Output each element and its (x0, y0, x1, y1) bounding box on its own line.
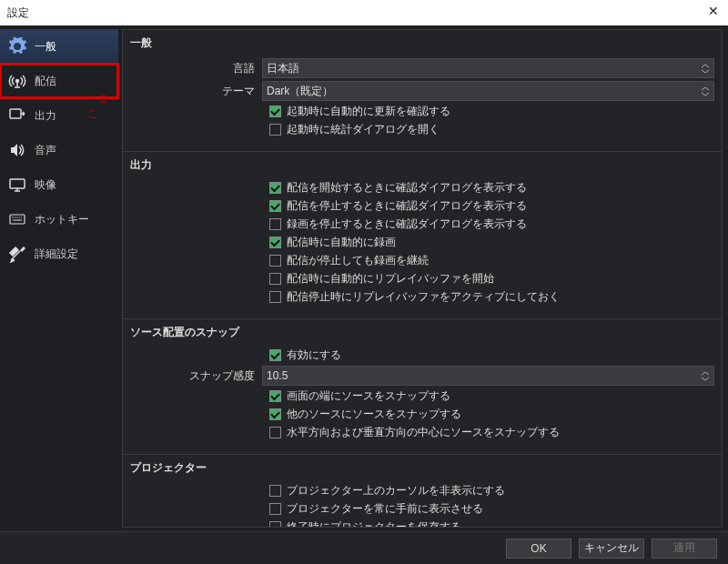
check-snap-0[interactable]: 画面の端にソースをスナップする (269, 388, 714, 404)
check-proj-0[interactable]: プロジェクター上のカーソルを非表示にする (269, 483, 714, 499)
main: 一般 配信 ←ここ 出力 音声 映像 ホットキー (0, 25, 728, 531)
checkbox-icon (269, 106, 281, 117)
sidebar-item-advanced[interactable]: 詳細設定 (0, 237, 118, 271)
snap-sensitivity-input[interactable]: 10.5 (262, 366, 714, 386)
check-output-2[interactable]: 録画を停止するときに確認ダイアログを表示する (269, 217, 714, 232)
group-snap: ソース配置のスナップ 有効にする スナップ感度 10.5 画面の端にソースをスナ… (123, 319, 722, 455)
group-general: 一般 言語 日本語 テーマ Dark（既定） 起動時に自動的に更新を確認する 起… (123, 30, 722, 152)
checkbox-icon (269, 255, 281, 267)
sidebar-item-general[interactable]: 一般 (0, 29, 118, 64)
chevron-updown-icon (701, 59, 712, 77)
sidebar-item-video[interactable]: 映像 (0, 167, 118, 202)
output-icon (7, 106, 27, 126)
checkbox-icon (269, 237, 281, 248)
sidebar: 一般 配信 ←ここ 出力 音声 映像 ホットキー (0, 25, 118, 531)
apply-button[interactable]: 適用 (652, 539, 717, 559)
checkbox-icon (269, 182, 281, 194)
checkbox-icon (269, 485, 281, 497)
sidebar-item-label: 出力 (35, 108, 56, 124)
check-output-1[interactable]: 配信を停止するときに確認ダイアログを表示する (269, 198, 714, 214)
check-output-5[interactable]: 配信時に自動的にリプレイバッファを開始 (269, 271, 714, 287)
sidebar-item-hotkeys[interactable]: ホットキー (0, 202, 118, 237)
group-title: 一般 (130, 35, 714, 51)
theme-label: テーマ (130, 84, 262, 99)
titlebar: 設定 ✕ (0, 0, 728, 25)
group-title: プロジェクター (130, 460, 714, 476)
checkbox-icon (269, 200, 281, 212)
checkbox-icon (269, 291, 281, 303)
checkbox-icon (269, 124, 281, 136)
check-output-3[interactable]: 配信時に自動的に録画 (269, 235, 714, 250)
app: 一般 配信 ←ここ 出力 音声 映像 ホットキー (0, 25, 728, 564)
snap-sensitivity-label: スナップ感度 (130, 368, 262, 384)
sidebar-item-audio[interactable]: 音声 (0, 133, 118, 167)
advanced-icon (7, 244, 27, 264)
sidebar-item-label: 配信 (35, 74, 56, 89)
checkbox-icon (269, 390, 281, 402)
check-snap-2[interactable]: 水平方向および垂直方向の中心にソースをスナップする (269, 425, 714, 440)
group-output: 出力 配信を開始するときに確認ダイアログを表示する 配信を停止するときに確認ダイ… (123, 152, 722, 319)
footer: OK キャンセル 適用 (0, 531, 728, 564)
cancel-button[interactable]: キャンセル (579, 539, 644, 559)
check-snap-1[interactable]: 他のソースにソースをスナップする (269, 407, 714, 422)
svg-rect-3 (10, 215, 25, 224)
close-icon[interactable]: ✕ (708, 4, 719, 18)
checkbox-icon (269, 218, 281, 230)
spinner-icon[interactable] (701, 367, 712, 385)
checkbox-icon (269, 503, 281, 515)
svg-rect-1 (10, 109, 21, 118)
sidebar-item-label: 映像 (35, 177, 56, 193)
group-title: ソース配置のスナップ (130, 325, 714, 340)
check-auto-update[interactable]: 起動時に自動的に更新を確認する (269, 104, 714, 119)
stream-icon (7, 71, 27, 91)
checkbox-icon (269, 427, 281, 438)
svg-rect-2 (10, 179, 25, 188)
checkbox-icon (269, 349, 281, 361)
checkbox-icon (269, 408, 281, 420)
sidebar-item-label: 一般 (35, 39, 56, 55)
checkbox-icon (269, 521, 281, 528)
sidebar-item-label: ホットキー (35, 212, 89, 227)
sidebar-item-label: 詳細設定 (35, 247, 78, 262)
check-output-0[interactable]: 配信を開始するときに確認ダイアログを表示する (269, 180, 714, 196)
check-output-4[interactable]: 配信が停止しても録画を継続 (269, 253, 714, 268)
language-select[interactable]: 日本語 (262, 58, 714, 78)
sidebar-item-label: 音声 (35, 143, 56, 158)
annotation-arrow: ←ここ (87, 91, 118, 122)
checkbox-icon (269, 273, 281, 285)
check-proj-1[interactable]: プロジェクターを常に手前に表示させる (269, 501, 714, 517)
check-stats-dialog[interactable]: 起動時に統計ダイアログを開く (269, 122, 714, 137)
ok-button[interactable]: OK (506, 539, 571, 559)
language-label: 言語 (130, 61, 262, 76)
window-title: 設定 (7, 5, 29, 21)
chevron-updown-icon (701, 82, 712, 100)
group-projector: プロジェクター プロジェクター上のカーソルを非表示にする プロジェクターを常に手… (123, 455, 722, 528)
audio-icon (7, 140, 27, 160)
gear-icon (7, 36, 27, 56)
check-snap-enable[interactable]: 有効にする (269, 347, 714, 363)
check-proj-2[interactable]: 終了時にプロジェクターを保存する (269, 519, 714, 528)
theme-select[interactable]: Dark（既定） (262, 81, 714, 101)
content-wrap: 一般 言語 日本語 テーマ Dark（既定） 起動時に自動的に更新を確認する 起… (118, 25, 728, 531)
hotkey-icon (7, 209, 27, 229)
group-title: 出力 (130, 157, 714, 173)
check-output-6[interactable]: 配信停止時にリプレイバッファをアクティブにしておく (269, 289, 714, 305)
video-icon (7, 175, 27, 195)
content[interactable]: 一般 言語 日本語 テーマ Dark（既定） 起動時に自動的に更新を確認する 起… (122, 29, 723, 528)
